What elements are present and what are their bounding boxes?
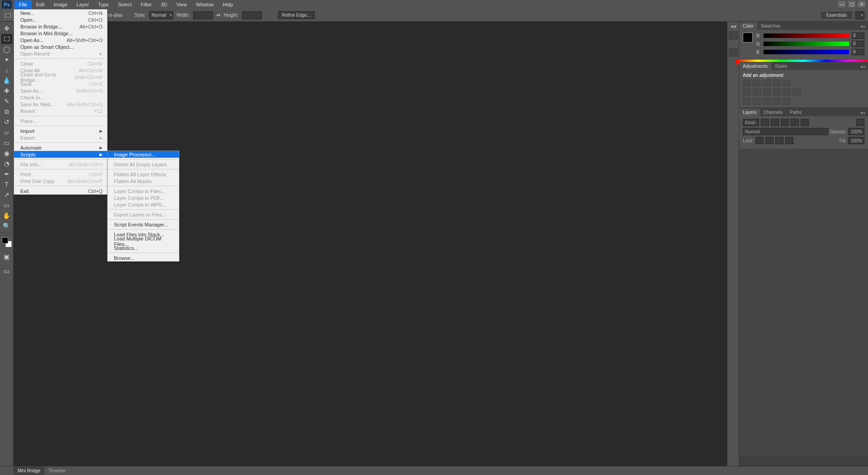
brush-tool[interactable]: ✎ (1, 96, 12, 106)
collapsed-panel-icon[interactable] (729, 31, 738, 39)
lock-icon[interactable] (765, 137, 774, 144)
menu-item[interactable]: New...Ctrl+N (14, 9, 107, 16)
tab-timeline[interactable]: Timeline (44, 467, 69, 475)
color-swatch[interactable] (743, 33, 753, 42)
dodge-tool[interactable]: ◔ (1, 159, 12, 169)
shape-tool[interactable]: ▭ (1, 200, 12, 210)
workspace-menu-icon[interactable] (855, 11, 864, 19)
crop-tool[interactable]: ⟂ (1, 65, 12, 75)
b-value[interactable]: 0 (852, 49, 864, 55)
close-button[interactable]: ✕ (858, 1, 865, 7)
menu-item[interactable]: Browse in Bridge...Alt+Ctrl+O (14, 23, 107, 30)
tab-color[interactable]: Color (739, 22, 757, 30)
zoom-tool[interactable]: 🔍 (1, 221, 12, 231)
adj-icon[interactable] (793, 89, 801, 96)
adj-icon[interactable] (773, 98, 781, 105)
tab-minibridge[interactable]: Mini Bridge (14, 467, 44, 475)
menu-edit[interactable]: Edit (32, 0, 49, 9)
blur-tool[interactable]: ◉ (1, 148, 12, 158)
foreground-background-swatch[interactable] (2, 237, 12, 247)
tab-swatches[interactable]: Swatches (757, 22, 784, 30)
eraser-tool[interactable]: ▱ (1, 127, 12, 137)
r-value[interactable]: 0 (852, 33, 864, 39)
menu-layer[interactable]: Layer (72, 0, 94, 9)
adj-icon[interactable] (763, 98, 771, 105)
filter-icon[interactable] (771, 119, 779, 126)
adj-icon[interactable] (773, 80, 781, 87)
panel-menu-icon[interactable]: ▾≡ (858, 24, 868, 30)
lasso-tool[interactable]: ◯ (1, 44, 12, 54)
tab-channels[interactable]: Channels (760, 108, 786, 116)
tab-adjustments[interactable]: Adjustments (739, 62, 771, 70)
panel-menu-icon[interactable]: ▾≡ (858, 64, 868, 70)
menu-type[interactable]: Type (94, 0, 113, 9)
menu-select[interactable]: Select (113, 0, 137, 9)
opacity-input[interactable]: 100% (848, 128, 864, 135)
g-value[interactable]: 0 (852, 41, 864, 47)
filter-icon[interactable] (781, 119, 789, 126)
quickmask-icon[interactable]: ▣ (1, 252, 12, 262)
menu-item[interactable]: Open as Smart Object... (14, 43, 107, 50)
menu-item[interactable]: Open...Ctrl+O (14, 16, 107, 23)
type-tool[interactable]: T (1, 179, 12, 189)
adj-icon[interactable] (763, 80, 771, 87)
selected-tool-icon[interactable] (4, 11, 13, 20)
gradient-tool[interactable]: ▭ (1, 138, 12, 148)
hand-tool[interactable]: ✋ (1, 211, 12, 221)
adj-icon[interactable] (753, 89, 761, 96)
b-slider[interactable] (764, 50, 849, 54)
menu-item[interactable]: Statistics... (108, 245, 179, 251)
filter-toggle-icon[interactable] (856, 119, 864, 126)
blend-mode-dropdown[interactable]: Normal (743, 128, 828, 135)
menu-image[interactable]: Image (49, 0, 72, 9)
menu-item[interactable]: Browse... (108, 254, 179, 261)
marquee-tool[interactable] (1, 34, 12, 44)
adj-icon[interactable] (743, 89, 751, 96)
history-brush-tool[interactable]: ↺ (1, 117, 12, 127)
menu-item[interactable]: Import▶ (14, 127, 107, 134)
menu-view[interactable]: View (172, 0, 192, 9)
path-tool[interactable]: ↗ (1, 190, 12, 200)
pen-tool[interactable]: ✒ (1, 169, 12, 179)
menu-help[interactable]: Help (218, 0, 238, 9)
menu-3d[interactable]: 3D (156, 0, 172, 9)
eyedropper-tool[interactable]: 💧 (1, 75, 12, 85)
menu-item[interactable]: Scripts▶ (14, 151, 107, 158)
refine-edge-button[interactable]: Refine Edge... (278, 11, 315, 19)
tab-layers[interactable]: Layers (739, 108, 760, 116)
menu-item[interactable]: Automate▶ (14, 144, 107, 151)
width-input[interactable] (193, 11, 213, 19)
menu-item[interactable]: Script Events Manager... (108, 221, 179, 228)
panel-menu-icon[interactable]: ▾≡ (858, 110, 868, 116)
move-tool[interactable]: ✥ (1, 24, 12, 33)
menu-window[interactable]: Window (191, 0, 218, 9)
height-input[interactable] (242, 11, 262, 19)
adj-icon[interactable] (743, 98, 751, 105)
menu-item[interactable]: ExitCtrl+Q (14, 188, 107, 194)
filter-icon[interactable] (791, 119, 799, 126)
stamp-tool[interactable]: ⧉ (1, 107, 12, 117)
menu-file[interactable]: File (14, 0, 32, 9)
menu-item[interactable]: Image Processor... (108, 151, 179, 158)
lock-icon[interactable] (775, 137, 783, 144)
screenmode-icon[interactable]: ▭ (1, 266, 12, 276)
filter-icon[interactable] (801, 119, 809, 126)
style-dropdown[interactable]: Normal (149, 11, 173, 19)
menu-filter[interactable]: Filter (136, 0, 156, 9)
layer-filter-kind[interactable]: Kind ÷ (743, 119, 759, 126)
adj-icon[interactable] (763, 89, 771, 96)
lock-icon[interactable] (755, 137, 764, 144)
adj-icon[interactable] (773, 89, 781, 96)
adj-icon[interactable] (753, 98, 761, 105)
adj-icon[interactable] (783, 80, 791, 87)
adj-icon[interactable] (783, 98, 791, 105)
healing-tool[interactable]: ✚ (1, 86, 12, 96)
minimize-button[interactable]: — (838, 1, 845, 7)
adj-icon[interactable] (783, 89, 791, 96)
lock-icon[interactable] (785, 137, 793, 144)
swap-wh-icon[interactable]: ⇄ (217, 13, 220, 18)
fill-input[interactable]: 100% (848, 137, 864, 144)
maximize-button[interactable]: ▢ (848, 1, 855, 7)
adj-icon[interactable] (753, 80, 761, 87)
collapsed-panel-icon[interactable] (729, 48, 738, 56)
